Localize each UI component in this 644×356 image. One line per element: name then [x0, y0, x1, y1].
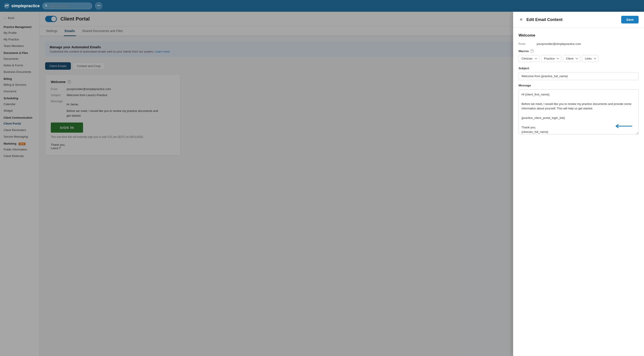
modal-message-label: Message [518, 84, 531, 87]
links-macro-select[interactable]: Links [582, 55, 598, 62]
edit-email-modal: ✕ Edit Email Content Save Welcome From y… [513, 12, 644, 356]
modal-from-label: From [518, 42, 536, 46]
modal-from-row: From yourprovider@simplepractice.com [518, 42, 638, 46]
macros-row: Clinician Practice Client Links [518, 55, 638, 62]
modal-subject-label: Subject [518, 66, 529, 70]
svg-point-0 [4, 3, 10, 9]
modal-section-title: Welcome [518, 33, 638, 38]
activity-icon: 〜 [97, 4, 100, 8]
client-macro-select[interactable]: Client [563, 55, 580, 62]
subject-input[interactable] [518, 72, 638, 80]
modal-message-label-row: Message [518, 84, 638, 87]
modal-from-value: yourprovider@simplepractice.com [536, 42, 638, 46]
message-textarea[interactable]: Hi {client_first_name}, Before we meet, … [518, 89, 638, 134]
modal-macros-label-row: Macros ? [518, 49, 638, 53]
clinician-macro-select[interactable]: Clinician [518, 55, 539, 62]
notifications-button[interactable]: 〜 [95, 2, 102, 10]
app-logo[interactable]: simplepractice [4, 3, 40, 9]
message-container: Hi {client_first_name}, Before we meet, … [518, 89, 638, 135]
search-wrapper: 🔍 [42, 3, 92, 9]
macros-label: Macros [518, 50, 529, 53]
search-input[interactable] [42, 3, 92, 9]
modal-title: Edit Email Content [526, 17, 562, 22]
modal-header: ✕ Edit Email Content Save [513, 12, 644, 28]
modal-body: Welcome From yourprovider@simplepractice… [513, 28, 644, 356]
modal-save-button[interactable]: Save [621, 16, 638, 24]
modal-title-row: ✕ Edit Email Content [518, 16, 562, 23]
macros-help-icon[interactable]: ? [530, 49, 534, 53]
practice-macro-select[interactable]: Practice [541, 55, 561, 62]
logo-text: simplepractice [11, 4, 40, 8]
modal-subject-label-row: Subject [518, 66, 638, 70]
modal-overlay: ✕ Edit Email Content Save Welcome From y… [0, 12, 644, 356]
modal-close-button[interactable]: ✕ [518, 16, 524, 23]
top-navigation: simplepractice 🔍 〜 [0, 0, 644, 12]
